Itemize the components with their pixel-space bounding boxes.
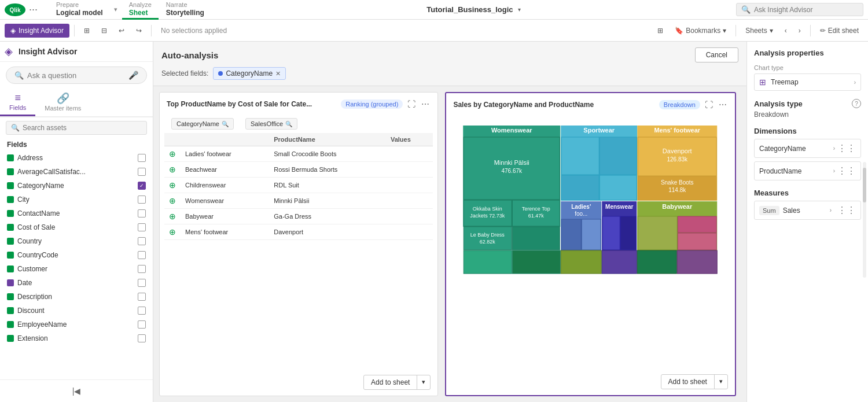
nav-item-analyze[interactable]: Analyze Sheet bbox=[122, 0, 159, 20]
field-item[interactable]: Cost of Sale bbox=[0, 220, 153, 234]
ask-question-input[interactable] bbox=[27, 71, 125, 80]
search-assets-input[interactable] bbox=[23, 124, 142, 132]
chart-type-value-row[interactable]: ⊞ Treemap › bbox=[754, 73, 861, 91]
field-checkbox[interactable] bbox=[138, 279, 146, 287]
treemap-bottom2[interactable] bbox=[513, 250, 561, 274]
treemap-mens1[interactable] bbox=[603, 216, 620, 250]
field-checkbox[interactable] bbox=[138, 307, 146, 315]
field-checkbox[interactable] bbox=[138, 293, 146, 301]
tab-master-items[interactable]: 🔗 Master items bbox=[35, 88, 90, 116]
field-checkbox[interactable] bbox=[138, 320, 146, 329]
app-title-dropdown[interactable]: ▾ bbox=[518, 6, 521, 13]
field-checkbox[interactable] bbox=[138, 265, 146, 273]
field-tag-close[interactable]: ✕ bbox=[275, 70, 281, 78]
field-item[interactable]: Description bbox=[0, 290, 153, 304]
treemap-bottom4[interactable] bbox=[602, 250, 637, 274]
sheets-btn[interactable]: Sheets ▾ bbox=[741, 24, 777, 37]
expand-cell[interactable]: ⊕ bbox=[164, 146, 181, 162]
field-checkbox[interactable] bbox=[138, 237, 146, 245]
collapse-panel-btn[interactable]: |◀ bbox=[71, 385, 83, 397]
treemap-bottom3[interactable] bbox=[561, 250, 602, 274]
edit-sheet-btn[interactable]: ✏ Edit sheet bbox=[815, 24, 863, 37]
chart1-add-sheet-btn[interactable]: Add to sheet ▾ bbox=[363, 375, 431, 390]
toolbar-undo-btn[interactable]: ↩ bbox=[114, 24, 129, 37]
dimension-2-dots[interactable]: ⋮⋮ bbox=[837, 165, 856, 176]
field-item[interactable]: Discount bbox=[0, 304, 153, 318]
chart2-fullscreen-btn[interactable]: ⛶ bbox=[704, 99, 714, 110]
treemap-sport4[interactable] bbox=[600, 175, 637, 200]
treemap-bottom6[interactable] bbox=[678, 250, 718, 274]
expand-sidebar-btn[interactable]: ⊞ bbox=[79, 24, 94, 37]
treemap-women-other[interactable] bbox=[513, 227, 560, 250]
insight-advisor-button[interactable]: ◈ Insight Advisor bbox=[5, 24, 69, 38]
treemap-baby3[interactable] bbox=[678, 233, 717, 250]
field-checkbox[interactable] bbox=[138, 182, 146, 190]
treemap-bottom5[interactable] bbox=[638, 250, 677, 274]
field-item[interactable]: Extension bbox=[0, 331, 153, 345]
chart1-add-sheet-arrow[interactable]: ▾ bbox=[417, 375, 430, 389]
field-item[interactable]: Date bbox=[0, 276, 153, 290]
grid-view-btn[interactable]: ⊞ bbox=[653, 24, 668, 37]
expand-cell[interactable]: ⊕ bbox=[164, 162, 181, 178]
measure-1-dots[interactable]: ⋮⋮ bbox=[837, 205, 856, 216]
nav-item-prepare[interactable]: Prepare Logical model bbox=[49, 0, 110, 20]
chart1-col1-search[interactable]: 🔍 bbox=[222, 121, 229, 127]
qlik-logo[interactable]: Qlik bbox=[5, 3, 25, 16]
ask-insight-advisor-box[interactable]: 🔍 bbox=[736, 3, 863, 16]
field-checkbox[interactable] bbox=[138, 209, 146, 217]
prev-sheet-btn[interactable]: ‹ bbox=[780, 24, 792, 37]
field-item[interactable]: CategoryName bbox=[0, 179, 153, 193]
field-item[interactable]: City bbox=[0, 193, 153, 206]
chart2-add-sheet-arrow[interactable]: ▾ bbox=[715, 375, 727, 389]
right-scrollbar[interactable] bbox=[863, 162, 866, 278]
collapse-sidebar-btn[interactable]: ⊟ bbox=[97, 24, 112, 37]
treemap-sport1[interactable] bbox=[562, 137, 599, 175]
nav-item-narrate[interactable]: Narrate Storytelling bbox=[159, 0, 211, 20]
treemap-baby2[interactable] bbox=[678, 216, 717, 233]
treemap-ladies2[interactable] bbox=[582, 219, 601, 250]
bookmarks-btn[interactable]: 🔖 Bookmarks ▾ bbox=[670, 24, 731, 37]
nav-analyze[interactable]: Analyze Sheet bbox=[122, 0, 159, 20]
chart1-col2-search[interactable]: 🔍 bbox=[285, 121, 292, 127]
next-sheet-btn[interactable]: › bbox=[794, 24, 806, 37]
search-assets-box[interactable]: 🔍 bbox=[6, 121, 147, 135]
toolbar-redo-btn[interactable]: ↪ bbox=[131, 24, 146, 37]
dimension-1-dots[interactable]: ⋮⋮ bbox=[837, 143, 856, 154]
chart2-menu-btn[interactable]: ⋯ bbox=[718, 99, 728, 110]
field-item[interactable]: AverageCallSatisfac... bbox=[0, 165, 153, 179]
treemap-baby1[interactable] bbox=[638, 216, 678, 250]
nav-prepare[interactable]: Prepare Logical model ▾ bbox=[49, 0, 122, 20]
treemap-ladies1[interactable] bbox=[562, 219, 582, 250]
chart1-menu-btn[interactable]: ⋯ bbox=[420, 98, 431, 110]
prepare-chevron[interactable]: ▾ bbox=[114, 6, 117, 13]
field-item[interactable]: CountryCode bbox=[0, 248, 153, 262]
field-item[interactable]: Country bbox=[0, 234, 153, 248]
field-checkbox[interactable] bbox=[138, 196, 146, 204]
field-checkbox[interactable] bbox=[138, 154, 146, 162]
field-item[interactable]: Customer bbox=[0, 262, 153, 276]
treemap-lebaby[interactable] bbox=[464, 227, 512, 250]
field-checkbox[interactable] bbox=[138, 251, 146, 259]
treemap-bottom1[interactable] bbox=[464, 250, 512, 274]
ask-insight-input[interactable] bbox=[754, 6, 858, 14]
tab-fields[interactable]: ≡ Fields bbox=[0, 88, 35, 116]
expand-cell[interactable]: ⊕ bbox=[164, 224, 181, 240]
field-item[interactable]: EmployeeName bbox=[0, 318, 153, 331]
treemap-sport3[interactable] bbox=[562, 175, 599, 200]
app-menu-dots[interactable]: ··· bbox=[29, 3, 38, 16]
cancel-button[interactable]: Cancel bbox=[695, 47, 738, 62]
ask-question-box[interactable]: 🔍 🎤 bbox=[6, 67, 147, 84]
expand-cell[interactable]: ⊕ bbox=[164, 209, 181, 224]
treemap-mens2[interactable] bbox=[621, 216, 637, 250]
nav-narrate[interactable]: Narrate Storytelling bbox=[159, 0, 211, 20]
treemap-sport2[interactable] bbox=[600, 137, 637, 175]
chart1-fullscreen-btn[interactable]: ⛶ bbox=[406, 98, 417, 110]
field-checkbox[interactable] bbox=[138, 223, 146, 231]
field-item[interactable]: ContactName bbox=[0, 206, 153, 220]
field-checkbox[interactable] bbox=[138, 334, 146, 342]
help-icon[interactable]: ? bbox=[852, 99, 861, 108]
chart2-add-sheet-btn[interactable]: Add to sheet ▾ bbox=[661, 374, 728, 389]
expand-cell[interactable]: ⊕ bbox=[164, 178, 181, 193]
field-checkbox[interactable] bbox=[138, 168, 146, 176]
expand-cell[interactable]: ⊕ bbox=[164, 193, 181, 209]
